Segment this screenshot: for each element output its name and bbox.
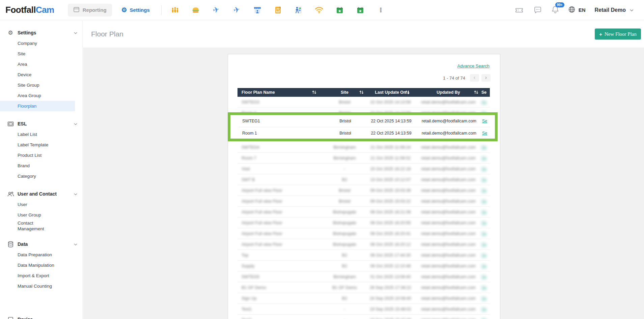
chevron-down-icon [74, 121, 78, 127]
table-row-blurred: B1 GF Demo B1 GF Demo 26 Sep 2025 17:38:… [237, 282, 490, 293]
chat-icon[interactable] [533, 5, 542, 15]
airplane-icon[interactable]: ✈ [212, 5, 221, 15]
sidebar-item[interactable]: Site Group [0, 80, 75, 90]
new-floor-plan-button[interactable]: + New Floor Plan [595, 29, 641, 40]
globe-icon [568, 6, 576, 14]
chevron-down-icon [74, 30, 78, 36]
users-icon [7, 191, 14, 197]
database-icon [7, 241, 14, 248]
sidebar-item[interactable]: Category [0, 171, 75, 181]
account-menu[interactable]: Retail Demo [595, 7, 634, 13]
column-header-last-update-on[interactable]: Last Update On [366, 88, 415, 97]
sidebar-section-user-contact: User and Contact UserUser GroupContact M… [0, 188, 82, 232]
sidebar-item[interactable]: Area Group [0, 90, 75, 101]
topbar-divider [161, 5, 162, 15]
table-row-blurred: Airport Full view Floor Bristol 09 Oct 2… [237, 196, 490, 207]
sidebar-item[interactable]: Label List [0, 129, 75, 140]
settings-link[interactable]: Se [482, 119, 491, 123]
burger-icon[interactable] [191, 5, 200, 15]
more-dots-icon[interactable]: ••• [376, 5, 386, 15]
sidebar: ⚙ Settings CompanySiteAreaDeviceSite Gro… [0, 21, 83, 319]
highlight-frame: SWTEG1 Bristol 22 Oct 2025 14:13:59 reta… [228, 112, 498, 141]
floor-plan-card: Advance Search 1 - 74 of 74 ‹ › Floor Pl… [228, 54, 500, 319]
sidebar-item[interactable]: Data Preparation [0, 250, 75, 260]
pedestrian-flow-icon[interactable] [294, 5, 303, 15]
sidebar-section-esl-header[interactable]: ESL [0, 118, 82, 129]
settings-link[interactable]: Se [482, 131, 491, 136]
column-header-site[interactable]: Site [324, 88, 366, 97]
tab-settings-label: Settings [130, 7, 150, 13]
sidebar-item[interactable]: Contact Management [0, 220, 75, 232]
page-title: Floor Plan [91, 30, 123, 38]
pagination-next-button[interactable]: › [481, 74, 491, 82]
table-row-blurred: Airport Full view Floor Bristol 09 Oct 2… [237, 185, 490, 196]
people-icon[interactable] [170, 5, 180, 15]
table-row-blurred: SWTEG5 Birmingham 01 Oct 2025 13:08:40 r… [237, 271, 490, 282]
app-shortcut-icons: ✈ ✈ ••• [170, 5, 386, 15]
sidebar-items-user-contact: UserUser GroupContact Management [0, 199, 82, 232]
language-selector[interactable]: EN [568, 6, 586, 14]
sidebar-section-settings: ⚙ Settings CompanySiteAreaDeviceSite Gro… [0, 27, 82, 111]
floor-plan-name: Room 1 [238, 131, 324, 136]
sidebar-items-esl: Label ListLabel TemplateProduct ListBran… [0, 129, 82, 181]
sidebar-item[interactable]: Product List [0, 150, 75, 161]
wifi-icon[interactable] [314, 5, 324, 15]
last-update-on: 22 Oct 2025 14:13:59 [366, 131, 416, 136]
chevron-down-icon [74, 241, 78, 247]
plus-icon: + [599, 32, 602, 37]
sidebar-section-user-contact-header[interactable]: User and Contact [0, 188, 82, 199]
table-row-blurred: Airport Full view Floor Bishopsgate 08 O… [237, 207, 490, 218]
storefront-icon[interactable] [253, 5, 262, 15]
page-header: Floor Plan + New Floor Plan [83, 21, 644, 48]
logo-part1: Footfall [5, 5, 36, 15]
airplane-icon-2[interactable]: ✈ [232, 5, 242, 15]
floor-plan-name: SWTEG1 [238, 119, 324, 123]
bell-icon [552, 9, 559, 14]
section-label: Data [18, 241, 74, 247]
sidebar-item[interactable]: Data Manipulation [0, 260, 75, 270]
sidebar-item[interactable]: Label Template [0, 140, 75, 150]
updated-by: retail.demo@footfallcam.com [416, 131, 482, 136]
account-name: Retail Demo [595, 7, 626, 13]
table-row-blurred: Airport Full view Floor Bishopsgate 08 O… [237, 218, 490, 228]
table-row-blurred: Airport Full view Floor Bishopsgate 08 O… [237, 228, 490, 239]
table-row-swteg1: SWTEG1 Bristol 22 Oct 2025 14:13:59 reta… [238, 115, 491, 127]
section-label: Device [18, 317, 78, 319]
sidebar-section-data-header[interactable]: Data [0, 239, 82, 250]
pagination-prev-button[interactable]: ‹ [470, 74, 479, 82]
sidebar-item[interactable]: User [0, 199, 75, 210]
language-code: EN [579, 7, 586, 13]
report-chart-icon[interactable] [273, 5, 283, 15]
table-row-blurred: Top B2 06 Oct 2025 17:44:30 retail.demo@… [237, 250, 490, 261]
advance-search-link[interactable]: Advance Search [457, 63, 489, 68]
sidebar-item[interactable]: User Group [0, 210, 75, 220]
calendar-star-icon-2[interactable] [356, 5, 365, 15]
sidebar-item[interactable]: Manual Counting [0, 281, 75, 291]
sidebar-section-settings-header[interactable]: ⚙ Settings [0, 27, 82, 38]
column-header-updated-by[interactable]: Updated By [415, 88, 481, 97]
calendar-star-icon[interactable] [335, 5, 344, 15]
sort-icon-descending [405, 90, 410, 95]
column-header-floor-plan-name[interactable]: Floor Plan Name [237, 88, 324, 97]
sidebar-item[interactable]: Device [0, 69, 75, 80]
sidebar-item[interactable]: Company [0, 38, 75, 49]
sidebar-item[interactable]: Site [0, 49, 75, 59]
ticket-icon[interactable] [514, 5, 524, 15]
section-label: ESL [18, 121, 74, 126]
column-header-settings-clipped[interactable]: Se [481, 88, 490, 97]
label-icon [7, 121, 14, 126]
table-row-blurred: Test2 - 19 Sep 2025 15:47:48 retail.demo… [237, 315, 490, 319]
sort-icon [359, 90, 364, 95]
sidebar-item[interactable]: Brand [0, 161, 75, 171]
tab-settings[interactable]: ⚙ Settings [121, 7, 150, 13]
tab-reporting[interactable]: Reporting [68, 4, 112, 17]
updated-by: retail.demo@footfallcam.com [416, 119, 482, 123]
notifications-button[interactable]: 99+ [552, 5, 559, 15]
sidebar-item[interactable]: Import & Export [0, 270, 75, 281]
sidebar-item[interactable]: Area [0, 59, 75, 69]
sidebar-items-data: Data PreparationData ManipulationImport … [0, 250, 82, 291]
sidebar-item[interactable]: Floorplan [0, 101, 75, 111]
footfallcam-logo[interactable]: FootfallCam [5, 5, 54, 15]
sidebar-section-partial[interactable]: Device [0, 314, 82, 319]
table-header-row: Floor Plan Name Site Last Update On Upda… [237, 88, 490, 97]
